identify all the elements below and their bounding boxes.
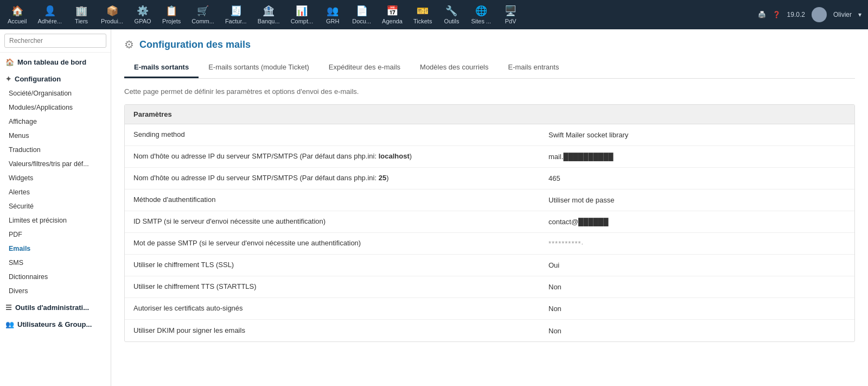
accueil-icon: 🏠 <box>11 5 23 17</box>
sidebar-section-outils-admin[interactable]: ☰Outils d'administrati... <box>0 298 111 315</box>
topnav-item-factures[interactable]: 🧾Factur... <box>220 0 252 29</box>
commandes-label: Comm... <box>192 18 214 24</box>
help-icon[interactable]: ❓ <box>773 11 781 18</box>
sidebar-item-widgets[interactable]: Widgets <box>0 171 111 185</box>
pdv-label: PdV <box>505 18 516 24</box>
print-icon[interactable]: 🖨️ <box>758 11 766 18</box>
param-label-2: Nom d'hôte ou adresse IP du serveur SMTP… <box>125 168 540 188</box>
outils-admin-label: Outils d'administrati... <box>15 303 89 312</box>
param-value-3: Utiliser mot de passe <box>540 191 854 210</box>
param-value-7: Non <box>540 277 854 296</box>
documents-icon: 📄 <box>356 5 368 17</box>
utilisateurs-icon: 👥 <box>5 320 14 328</box>
table-row: Méthode d'authentification Utiliser mot … <box>125 189 854 211</box>
dashboard-icon: 🏠 <box>5 58 14 66</box>
sidebar-item-affichage[interactable]: Affichage <box>0 115 111 129</box>
topnav-item-accueil[interactable]: 🏠Accueil <box>2 0 32 29</box>
topnav-item-gpao[interactable]: ⚙️GPAO <box>129 0 157 29</box>
configuration-label: Configuration <box>15 75 61 83</box>
tab-entrants[interactable]: E-mails entrants <box>499 58 569 78</box>
sidebar-item-emails[interactable]: Emails <box>0 242 111 256</box>
sidebar-item-menus[interactable]: Menus <box>0 129 111 143</box>
outils-icon: 🔧 <box>445 5 457 17</box>
tab-modeles[interactable]: Modèles des courriels <box>410 58 498 78</box>
sidebar-item-securite[interactable]: Sécurité <box>0 199 111 213</box>
table-row: Sending method Swift Mailer socket libra… <box>125 124 854 146</box>
topnav-item-sites[interactable]: 🌐Sites ... <box>465 0 496 29</box>
page-icon: ⚙ <box>124 38 134 51</box>
pdv-icon: 🖥️ <box>505 5 516 17</box>
topnav-right: 🖨️ ❓ 19.0.2 Olivier ▾ <box>758 7 866 22</box>
topnav-item-tickets[interactable]: 🎫Tickets <box>408 0 437 29</box>
page-title: Configuration des mails <box>139 39 251 50</box>
sidebar-item-sms[interactable]: SMS <box>0 256 111 270</box>
params-rows: Sending method Swift Mailer socket libra… <box>125 124 854 341</box>
table-row: Utiliser le chiffrement TLS (SSL) Oui <box>125 255 854 276</box>
sites-icon: 🌐 <box>475 5 487 17</box>
table-row: Nom d'hôte ou adresse IP du serveur SMTP… <box>125 146 854 168</box>
param-value-8: Non <box>540 299 854 318</box>
main-header: ⚙ Configuration des mails <box>111 29 868 51</box>
factures-label: Factur... <box>225 18 247 24</box>
sidebar-item-valeurs[interactable]: Valeurs/filtres/tris par déf... <box>0 157 111 171</box>
projets-label: Projets <box>162 18 181 24</box>
username-label[interactable]: Olivier <box>833 11 852 18</box>
user-dropdown-icon[interactable]: ▾ <box>858 11 861 18</box>
sidebar-item-dictionnaires[interactable]: Dictionnaires <box>0 270 111 284</box>
param-value-2: 465 <box>540 169 854 188</box>
produits-icon: 📦 <box>106 5 118 17</box>
param-label-6: Utiliser le chiffrement TLS (SSL) <box>125 255 540 275</box>
tab-sortants[interactable]: E-mails sortants <box>124 58 199 78</box>
sidebar-section-utilisateurs[interactable]: 👥Utilisateurs & Group... <box>0 315 111 332</box>
adherents-icon: 👤 <box>44 5 56 17</box>
sidebar-item-pdf[interactable]: PDF <box>0 227 111 242</box>
sidebar-section-configuration: ✦Configuration <box>0 69 111 86</box>
topnav-items: 🏠Accueil👤Adhére...🏢Tiers📦Produi...⚙️GPAO… <box>2 0 758 29</box>
sidebar-item-societe[interactable]: Société/Organisation <box>0 86 111 100</box>
documents-label: Docu... <box>352 18 371 24</box>
topnav-item-projets[interactable]: 📋Projets <box>157 0 186 29</box>
tab-expediteur[interactable]: Expéditeur des e-mails <box>319 58 410 78</box>
param-label-8: Autoriser les certificats auto-signés <box>125 298 540 319</box>
sidebar-item-divers[interactable]: Divers <box>0 284 111 298</box>
table-row: ID SMTP (si le serveur d'envoi nécessite… <box>125 211 854 233</box>
tab-sortants-ticket[interactable]: E-mails sortants (module Ticket) <box>199 58 319 78</box>
sidebar-section-dashboard[interactable]: 🏠Mon tableau de bord <box>0 53 111 69</box>
grh-icon: 👥 <box>327 5 339 17</box>
topnav-item-commandes[interactable]: 🛒Comm... <box>186 0 220 29</box>
topnav-item-grh[interactable]: 👥GRH <box>318 0 347 29</box>
agenda-label: Agenda <box>382 18 403 24</box>
sidebar-item-modules[interactable]: Modules/Applications <box>0 100 111 115</box>
topnav-item-comptabilite[interactable]: 📊Compt... <box>285 0 319 29</box>
tickets-label: Tickets <box>413 18 432 24</box>
topnav-item-adherents[interactable]: 👤Adhére... <box>32 0 67 29</box>
topnav-item-produits[interactable]: 📦Produi... <box>95 0 129 29</box>
table-row: Mot de passe SMTP (si le serveur d'envoi… <box>125 233 854 255</box>
topnav-item-outils[interactable]: 🔧Outils <box>437 0 465 29</box>
avatar[interactable] <box>812 7 827 22</box>
tiers-icon: 🏢 <box>75 5 87 17</box>
param-label-0: Sending method <box>125 124 540 145</box>
params-header: Paramètres <box>125 105 854 124</box>
grh-label: GRH <box>326 18 339 24</box>
sidebar-item-alertes[interactable]: Alertes <box>0 185 111 199</box>
tiers-label: Tiers <box>75 18 88 24</box>
topnav-item-pdv[interactable]: 🖥️PdV <box>496 0 525 29</box>
topnav-item-tiers[interactable]: 🏢Tiers <box>67 0 95 29</box>
sidebar-item-traduction[interactable]: Traduction <box>0 143 111 157</box>
search-input[interactable] <box>4 34 106 48</box>
sidebar-item-limites[interactable]: Limites et précision <box>0 213 111 227</box>
adherents-label: Adhére... <box>37 18 62 24</box>
sidebar: 🏠Mon tableau de bord✦ConfigurationSociét… <box>0 29 111 386</box>
tabs-container: E-mails sortantsE-mails sortants (module… <box>124 58 855 79</box>
param-value-4: contact@██████ <box>540 212 854 231</box>
banque-icon: 🏦 <box>263 5 275 17</box>
topnav-item-banque[interactable]: 🏦Banqu... <box>252 0 285 29</box>
topnav-item-agenda[interactable]: 📅Agenda <box>376 0 408 29</box>
tickets-icon: 🎫 <box>417 5 429 17</box>
topnav-item-documents[interactable]: 📄Docu... <box>347 0 376 29</box>
param-value-1: mail.██████████ <box>540 147 854 166</box>
gpao-icon: ⚙️ <box>137 5 149 17</box>
banque-label: Banqu... <box>258 18 280 24</box>
page-description: Cette page permet de définir les paramèt… <box>111 79 868 104</box>
